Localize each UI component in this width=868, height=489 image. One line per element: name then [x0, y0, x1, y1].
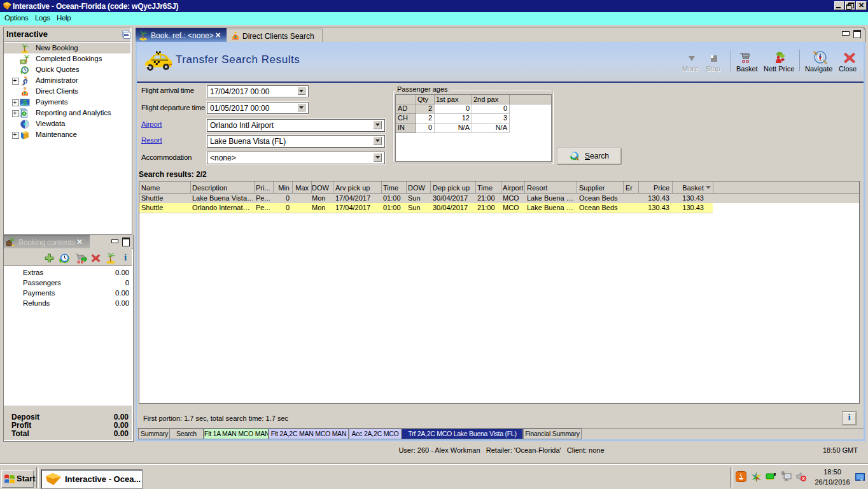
- svg-text:$: $: [23, 99, 27, 106]
